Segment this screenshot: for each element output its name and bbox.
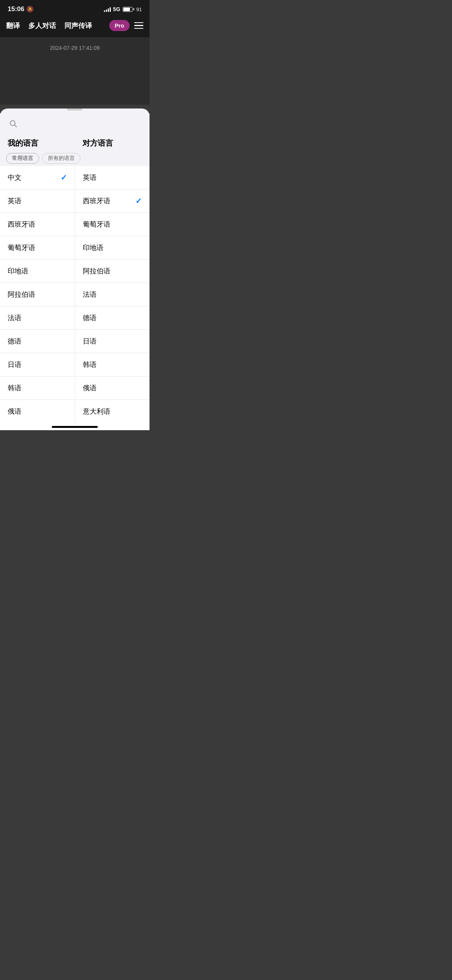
search-bar [0, 113, 150, 134]
their-language-item[interactable]: 俄语 [75, 377, 150, 400]
their-language-item[interactable]: 法语 [75, 283, 150, 306]
tab-simultaneous[interactable]: 同声传译 [64, 21, 92, 30]
my-language-item[interactable]: 西班牙语 [0, 213, 75, 236]
their-language-column: 英语西班牙语✓葡萄牙语印地语阿拉伯语法语德语日语韩语俄语意大利语 [75, 166, 150, 423]
my-language-item[interactable]: 日语 [0, 353, 75, 377]
language-name: 西班牙语 [8, 220, 35, 229]
pro-badge[interactable]: Pro [109, 20, 130, 31]
my-language-item[interactable]: 印地语 [0, 260, 75, 283]
network-type: 5G [113, 6, 120, 12]
language-name: 英语 [83, 173, 97, 182]
notification-bell-icon: 🔕 [26, 6, 34, 13]
language-picker-sheet: 我的语言 对方语言 常用语言 所有的语言 中文✓英语西班牙语葡萄牙语印地语阿拉伯… [0, 109, 150, 430]
language-name: 韩语 [83, 360, 97, 369]
home-bar [52, 426, 98, 428]
status-right: 5G 91 [104, 6, 142, 12]
their-language-item[interactable]: 日语 [75, 330, 150, 353]
my-language-column: 中文✓英语西班牙语葡萄牙语印地语阿拉伯语法语德语日语韩语俄语 [0, 166, 75, 423]
language-name: 俄语 [83, 383, 97, 393]
their-language-item[interactable]: 葡萄牙语 [75, 213, 150, 236]
language-name: 俄语 [8, 407, 21, 416]
my-language-item[interactable]: 中文✓ [0, 166, 75, 189]
timestamp-area: 2024-07-29 17:41:09 [0, 37, 150, 105]
home-indicator [0, 423, 150, 430]
language-name: 印地语 [83, 243, 104, 252]
sheet-handle [67, 109, 82, 110]
checkmark-icon: ✓ [135, 196, 142, 206]
tab-translate[interactable]: 翻译 [6, 21, 20, 30]
my-language-header: 我的语言 [0, 138, 75, 148]
my-language-item[interactable]: 葡萄牙语 [0, 236, 75, 260]
my-language-item[interactable]: 俄语 [0, 400, 75, 423]
signal-icon [104, 7, 111, 12]
their-language-item[interactable]: 西班牙语✓ [75, 189, 150, 213]
filter-all[interactable]: 所有的语言 [42, 153, 81, 164]
checkmark-icon: ✓ [61, 173, 67, 182]
language-name: 德语 [83, 313, 97, 322]
their-language-item[interactable]: 英语 [75, 166, 150, 189]
top-nav: 翻译 多人对话 同声传译 Pro [0, 16, 150, 37]
language-name: 葡萄牙语 [83, 220, 110, 229]
language-list-area: 中文✓英语西班牙语葡萄牙语印地语阿拉伯语法语德语日语韩语俄语 英语西班牙语✓葡萄… [0, 166, 150, 423]
language-name: 韩语 [8, 383, 21, 393]
language-name: 英语 [8, 196, 21, 206]
my-language-item[interactable]: 德语 [0, 330, 75, 353]
menu-button[interactable] [134, 22, 143, 29]
language-name: 法语 [83, 290, 97, 299]
their-language-item[interactable]: 德语 [75, 306, 150, 330]
language-name: 德语 [8, 337, 21, 346]
language-name: 阿拉伯语 [8, 290, 35, 299]
language-name: 西班牙语 [83, 196, 110, 206]
search-icon [6, 117, 20, 130]
battery-percent: 91 [136, 7, 142, 12]
battery-icon [123, 7, 134, 12]
filter-common[interactable]: 常用语言 [6, 153, 39, 164]
tab-multiparty[interactable]: 多人对话 [28, 21, 56, 30]
my-language-item[interactable]: 英语 [0, 189, 75, 213]
their-language-item[interactable]: 韩语 [75, 353, 150, 377]
their-language-item[interactable]: 意大利语 [75, 400, 150, 423]
language-name: 日语 [83, 337, 97, 346]
language-name: 印地语 [8, 266, 28, 276]
language-name: 意大利语 [83, 407, 110, 416]
svg-line-1 [15, 125, 16, 127]
language-name: 阿拉伯语 [83, 266, 110, 276]
filter-row: 常用语言 所有的语言 [0, 151, 150, 165]
status-time: 15:06 🔕 [8, 5, 34, 13]
language-name: 中文 [8, 173, 21, 182]
language-name: 日语 [8, 360, 21, 369]
my-language-item[interactable]: 阿拉伯语 [0, 283, 75, 306]
my-language-item[interactable]: 韩语 [0, 377, 75, 400]
their-language-item[interactable]: 印地语 [75, 236, 150, 260]
language-name: 法语 [8, 313, 21, 322]
language-name: 葡萄牙语 [8, 243, 35, 252]
status-bar: 15:06 🔕 5G 91 [0, 0, 150, 16]
timestamp-label: 2024-07-29 17:41:09 [50, 45, 100, 51]
search-input[interactable] [23, 120, 143, 127]
column-headers: 我的语言 对方语言 [0, 134, 150, 151]
their-language-item[interactable]: 阿拉伯语 [75, 260, 150, 283]
their-language-header: 对方语言 [75, 138, 150, 148]
my-language-item[interactable]: 法语 [0, 306, 75, 330]
